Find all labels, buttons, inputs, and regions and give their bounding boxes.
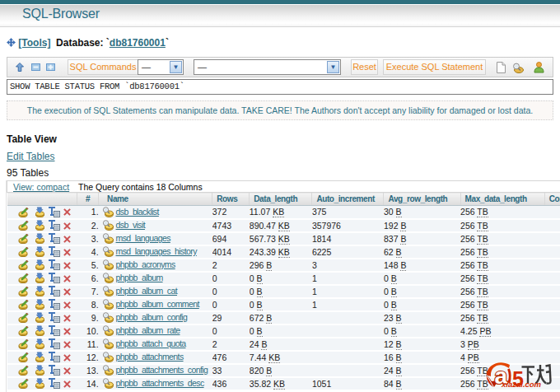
svg-text:xiazai.com: xiazai.com (501, 380, 542, 389)
